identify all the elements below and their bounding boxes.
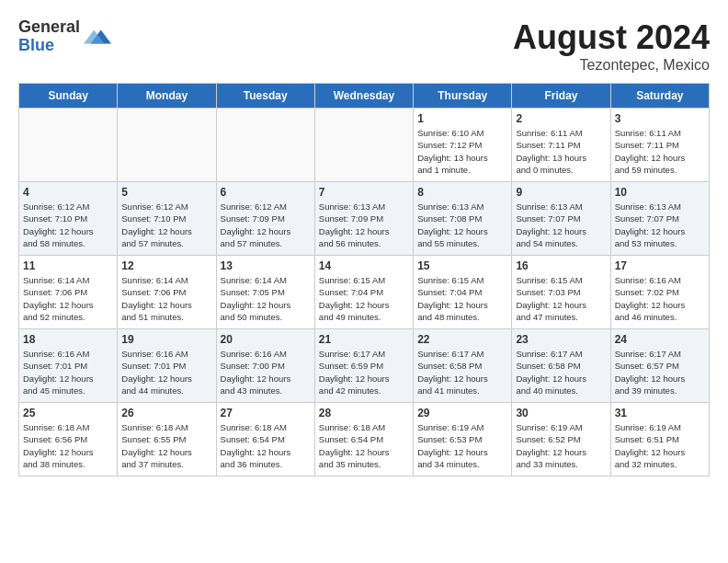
header: General Blue August 2024 Tezontepec, Mex… — [18, 18, 710, 74]
day-number: 30 — [516, 407, 606, 419]
day-info: Sunrise: 6:18 AM Sunset: 6:56 PM Dayligh… — [23, 421, 113, 470]
day-info: Sunrise: 6:15 AM Sunset: 7:03 PM Dayligh… — [516, 274, 606, 323]
day-header-saturday: Saturday — [610, 84, 709, 109]
day-info: Sunrise: 6:13 AM Sunset: 7:07 PM Dayligh… — [615, 201, 705, 249]
calendar-week-2: 4Sunrise: 6:12 AM Sunset: 7:10 PM Daylig… — [19, 182, 710, 256]
calendar-body: 1Sunrise: 6:10 AM Sunset: 7:12 PM Daylig… — [19, 109, 710, 477]
calendar-cell: 1Sunrise: 6:10 AM Sunset: 7:12 PM Daylig… — [414, 109, 512, 182]
day-number: 23 — [516, 333, 606, 346]
calendar-week-5: 25Sunrise: 6:18 AM Sunset: 6:56 PM Dayli… — [19, 403, 710, 477]
calendar-cell: 14Sunrise: 6:15 AM Sunset: 7:04 PM Dayli… — [314, 256, 413, 329]
calendar-cell: 16Sunrise: 6:15 AM Sunset: 7:03 PM Dayli… — [512, 256, 610, 329]
calendar-cell: 2Sunrise: 6:11 AM Sunset: 7:11 PM Daylig… — [512, 109, 610, 182]
calendar-cell: 24Sunrise: 6:17 AM Sunset: 6:57 PM Dayli… — [610, 329, 709, 403]
day-info: Sunrise: 6:19 AM Sunset: 6:51 PM Dayligh… — [615, 421, 705, 470]
day-info: Sunrise: 6:18 AM Sunset: 6:55 PM Dayligh… — [121, 421, 211, 470]
day-header-sunday: Sunday — [19, 84, 118, 109]
day-number: 3 — [615, 112, 705, 125]
calendar-cell: 12Sunrise: 6:14 AM Sunset: 7:06 PM Dayli… — [118, 256, 216, 329]
day-number: 28 — [319, 407, 409, 419]
calendar-cell: 13Sunrise: 6:14 AM Sunset: 7:05 PM Dayli… — [216, 256, 314, 329]
calendar-cell: 28Sunrise: 6:18 AM Sunset: 6:54 PM Dayli… — [314, 403, 413, 477]
calendar-cell — [216, 109, 314, 182]
calendar-cell: 8Sunrise: 6:13 AM Sunset: 7:08 PM Daylig… — [414, 182, 512, 256]
day-info: Sunrise: 6:13 AM Sunset: 7:07 PM Dayligh… — [516, 201, 606, 249]
day-header-wednesday: Wednesday — [314, 84, 413, 109]
day-info: Sunrise: 6:12 AM Sunset: 7:10 PM Dayligh… — [121, 201, 211, 249]
calendar-cell: 18Sunrise: 6:16 AM Sunset: 7:01 PM Dayli… — [19, 329, 118, 403]
calendar-cell: 10Sunrise: 6:13 AM Sunset: 7:07 PM Dayli… — [610, 182, 709, 256]
logo-blue-text: Blue — [18, 37, 80, 55]
calendar-header: SundayMondayTuesdayWednesdayThursdayFrid… — [19, 84, 710, 109]
day-number: 16 — [516, 259, 606, 272]
calendar-cell — [314, 109, 413, 182]
day-number: 7 — [319, 186, 409, 199]
day-number: 21 — [319, 333, 409, 346]
day-header-tuesday: Tuesday — [216, 84, 314, 109]
day-info: Sunrise: 6:11 AM Sunset: 7:11 PM Dayligh… — [615, 127, 705, 176]
calendar-table: SundayMondayTuesdayWednesdayThursdayFrid… — [18, 83, 710, 477]
calendar-cell: 26Sunrise: 6:18 AM Sunset: 6:55 PM Dayli… — [118, 403, 216, 477]
location: Tezontepec, Mexico — [513, 57, 710, 74]
title-area: August 2024 Tezontepec, Mexico — [513, 18, 710, 74]
month-year: August 2024 — [513, 18, 710, 57]
day-info: Sunrise: 6:13 AM Sunset: 7:08 PM Dayligh… — [417, 201, 507, 249]
day-number: 20 — [221, 333, 311, 346]
day-number: 19 — [121, 333, 211, 346]
calendar-cell: 21Sunrise: 6:17 AM Sunset: 6:59 PM Dayli… — [314, 329, 413, 403]
day-info: Sunrise: 6:15 AM Sunset: 7:04 PM Dayligh… — [319, 274, 409, 323]
calendar-cell: 17Sunrise: 6:16 AM Sunset: 7:02 PM Dayli… — [610, 256, 709, 329]
day-info: Sunrise: 6:10 AM Sunset: 7:12 PM Dayligh… — [417, 127, 507, 176]
day-number: 18 — [23, 333, 113, 346]
day-number: 10 — [615, 186, 705, 199]
day-number: 12 — [121, 259, 211, 272]
calendar-cell: 29Sunrise: 6:19 AM Sunset: 6:53 PM Dayli… — [414, 403, 512, 477]
day-info: Sunrise: 6:13 AM Sunset: 7:09 PM Dayligh… — [319, 201, 409, 249]
day-info: Sunrise: 6:19 AM Sunset: 6:53 PM Dayligh… — [417, 421, 507, 470]
day-info: Sunrise: 6:11 AM Sunset: 7:11 PM Dayligh… — [516, 127, 606, 176]
day-info: Sunrise: 6:18 AM Sunset: 6:54 PM Dayligh… — [221, 421, 311, 470]
logo: General Blue — [18, 18, 111, 55]
day-header-friday: Friday — [512, 84, 610, 109]
calendar-cell: 23Sunrise: 6:17 AM Sunset: 6:58 PM Dayli… — [512, 329, 610, 403]
day-info: Sunrise: 6:17 AM Sunset: 6:57 PM Dayligh… — [615, 348, 705, 396]
calendar-cell — [118, 109, 216, 182]
day-number: 11 — [23, 259, 113, 272]
day-number: 22 — [417, 333, 507, 346]
day-info: Sunrise: 6:16 AM Sunset: 7:02 PM Dayligh… — [615, 274, 705, 323]
day-info: Sunrise: 6:16 AM Sunset: 7:00 PM Dayligh… — [221, 348, 311, 396]
calendar-week-3: 11Sunrise: 6:14 AM Sunset: 7:06 PM Dayli… — [19, 256, 710, 329]
day-info: Sunrise: 6:12 AM Sunset: 7:10 PM Dayligh… — [23, 201, 113, 249]
calendar-cell: 15Sunrise: 6:15 AM Sunset: 7:04 PM Dayli… — [414, 256, 512, 329]
day-number: 8 — [417, 186, 507, 199]
calendar-cell: 11Sunrise: 6:14 AM Sunset: 7:06 PM Dayli… — [19, 256, 118, 329]
day-info: Sunrise: 6:12 AM Sunset: 7:09 PM Dayligh… — [221, 201, 311, 249]
calendar-cell: 30Sunrise: 6:19 AM Sunset: 6:52 PM Dayli… — [512, 403, 610, 477]
day-number: 4 — [23, 186, 113, 199]
calendar-cell: 31Sunrise: 6:19 AM Sunset: 6:51 PM Dayli… — [610, 403, 709, 477]
day-info: Sunrise: 6:15 AM Sunset: 7:04 PM Dayligh… — [417, 274, 507, 323]
calendar-cell: 3Sunrise: 6:11 AM Sunset: 7:11 PM Daylig… — [610, 109, 709, 182]
logo-general-text: General — [18, 18, 80, 37]
day-info: Sunrise: 6:17 AM Sunset: 6:59 PM Dayligh… — [319, 348, 409, 396]
day-info: Sunrise: 6:18 AM Sunset: 6:54 PM Dayligh… — [319, 421, 409, 470]
calendar-cell: 19Sunrise: 6:16 AM Sunset: 7:01 PM Dayli… — [118, 329, 216, 403]
day-number: 27 — [221, 407, 311, 419]
day-info: Sunrise: 6:14 AM Sunset: 7:06 PM Dayligh… — [23, 274, 113, 323]
calendar-cell: 25Sunrise: 6:18 AM Sunset: 6:56 PM Dayli… — [19, 403, 118, 477]
calendar-week-1: 1Sunrise: 6:10 AM Sunset: 7:12 PM Daylig… — [19, 109, 710, 182]
day-info: Sunrise: 6:17 AM Sunset: 6:58 PM Dayligh… — [417, 348, 507, 396]
calendar-cell: 4Sunrise: 6:12 AM Sunset: 7:10 PM Daylig… — [19, 182, 118, 256]
day-number: 25 — [23, 407, 113, 419]
calendar-cell: 27Sunrise: 6:18 AM Sunset: 6:54 PM Dayli… — [216, 403, 314, 477]
day-header-thursday: Thursday — [414, 84, 512, 109]
day-number: 2 — [516, 112, 606, 125]
day-number: 5 — [121, 186, 211, 199]
day-header-monday: Monday — [118, 84, 216, 109]
day-number: 15 — [417, 259, 507, 272]
day-number: 24 — [615, 333, 705, 346]
day-info: Sunrise: 6:14 AM Sunset: 7:06 PM Dayligh… — [121, 274, 211, 323]
calendar-cell: 20Sunrise: 6:16 AM Sunset: 7:00 PM Dayli… — [216, 329, 314, 403]
logo-icon — [84, 23, 111, 51]
day-number: 1 — [417, 112, 507, 125]
